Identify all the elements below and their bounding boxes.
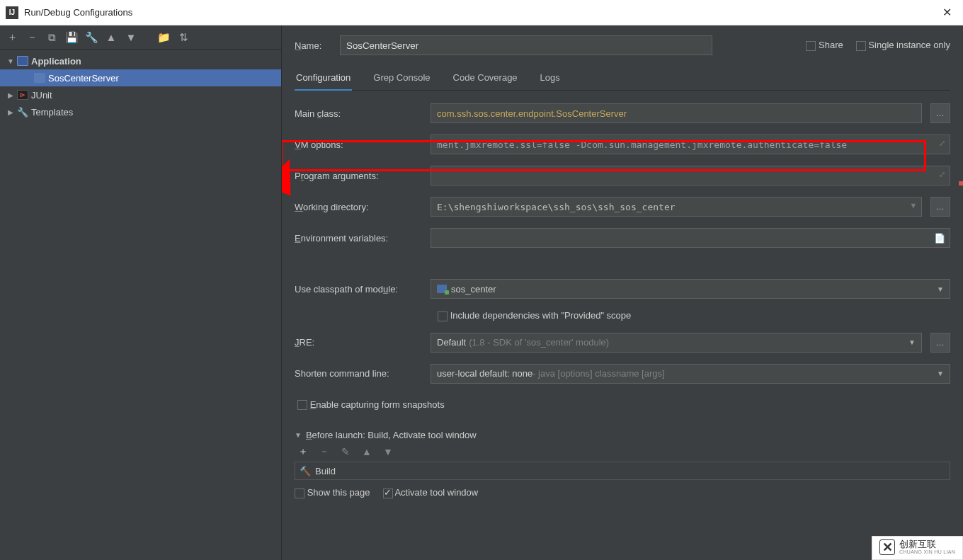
list-icon[interactable]: 📄 bbox=[934, 233, 945, 244]
add-config-button[interactable]: ＋ bbox=[6, 31, 18, 44]
remove-config-button[interactable]: － bbox=[25, 31, 38, 44]
tab-grep-console[interactable]: Grep Console bbox=[372, 68, 431, 90]
name-input[interactable] bbox=[340, 35, 712, 55]
shorten-cmd-dropdown[interactable]: user-local default: none - java [options… bbox=[431, 364, 950, 384]
content-pane: Name: Share Single instance only Configu… bbox=[282, 25, 963, 560]
chevron-down-icon[interactable]: ▼ bbox=[911, 201, 916, 210]
move-down-button[interactable]: ▼ bbox=[125, 31, 137, 44]
jre-row: JRE: Default (1.8 - SDK of 'sos_center' … bbox=[295, 333, 950, 353]
watermark-logo: ✕ bbox=[879, 539, 895, 555]
tree-node-soscenterserver[interactable]: SosCenterServer bbox=[0, 69, 281, 86]
activate-window-checkbox[interactable]: Activate tool window bbox=[383, 487, 479, 498]
name-label: Name: bbox=[295, 40, 331, 51]
title-bar: IJ Run/Debug Configurations ✕ bbox=[0, 0, 963, 25]
junit-icon: ⊳ bbox=[17, 90, 28, 100]
tree-label: Templates bbox=[31, 107, 73, 118]
chevron-down-icon: ▼ bbox=[937, 370, 944, 377]
share-checkbox[interactable]: Share bbox=[806, 40, 843, 51]
move-up-button[interactable]: ▲ bbox=[105, 31, 118, 44]
expand-icon: ▶ bbox=[7, 91, 14, 99]
env-vars-row: Environment variables: 📄 bbox=[295, 228, 950, 248]
sort-button[interactable]: ⇅ bbox=[177, 31, 190, 44]
expand-icon: ▼ bbox=[7, 57, 14, 65]
svg-line-0 bbox=[282, 164, 287, 473]
expand-icon[interactable]: ⤢ bbox=[939, 139, 945, 148]
enable-capture-row: Enable capturing form snapshots bbox=[295, 399, 950, 411]
browse-main-class-button[interactable]: ... bbox=[930, 103, 950, 123]
classpath-row: Use classpath of module: sos_center ▼ bbox=[295, 279, 950, 299]
working-dir-input[interactable]: E:\shengshiworkspace\ssh_sos\ssh_sos_cen… bbox=[431, 197, 922, 217]
expand-icon[interactable]: ⤢ bbox=[939, 170, 945, 179]
watermark: ✕ 创新互联 CHUANG XIN HU LIAN bbox=[872, 536, 963, 560]
classpath-dropdown[interactable]: sos_center ▼ bbox=[431, 279, 950, 299]
classpath-label: Use classpath of module: bbox=[295, 284, 422, 295]
jre-value: Default bbox=[437, 337, 466, 348]
expand-icon: ▶ bbox=[7, 108, 14, 116]
save-config-button[interactable]: 💾 bbox=[65, 31, 78, 44]
watermark-text: 创新互联 CHUANG XIN HU LIAN bbox=[899, 539, 955, 555]
config-tree: ▼ Application SosCenterServer ▶ ⊳ JUnit … bbox=[0, 50, 281, 560]
env-vars-label: Environment variables: bbox=[295, 233, 422, 244]
window-title: Run/Debug Configurations bbox=[24, 7, 132, 18]
env-vars-input[interactable]: 📄 bbox=[431, 228, 950, 248]
shorten-cmd-label: Shorten command line: bbox=[295, 368, 422, 379]
chevron-down-icon: ▼ bbox=[937, 285, 944, 293]
folder-button[interactable]: 📁 bbox=[157, 31, 170, 44]
before-launch-toolbar: ＋ － ✎ ▲ ▼ bbox=[295, 446, 950, 457]
before-launch-header[interactable]: ▼ Before launch: Build, Activate tool wi… bbox=[295, 430, 950, 440]
close-icon[interactable]: ✕ bbox=[937, 3, 957, 22]
application-icon bbox=[17, 56, 28, 66]
working-dir-row: Working directory: E:\shengshiworkspace\… bbox=[295, 197, 950, 217]
classpath-value: sos_center bbox=[451, 284, 496, 295]
enable-capture-checkbox[interactable]: Enable capturing form snapshots bbox=[297, 399, 445, 411]
program-args-row: Program arguments: ⤢ bbox=[295, 166, 950, 185]
shorten-hint: - java [options] classname [args] bbox=[532, 368, 664, 379]
program-args-input[interactable]: ⤢ bbox=[431, 166, 950, 185]
tab-logs[interactable]: Logs bbox=[539, 68, 562, 90]
tab-code-coverage[interactable]: Code Coverage bbox=[452, 68, 519, 90]
move-down-task-button[interactable]: ▼ bbox=[382, 446, 394, 457]
tab-configuration[interactable]: Configuration bbox=[295, 68, 352, 90]
tabs: Configuration Grep Console Code Coverage… bbox=[295, 68, 950, 91]
wrench-icon: 🔧 bbox=[17, 107, 28, 117]
copy-config-button[interactable]: ⧉ bbox=[45, 31, 58, 44]
tree-label: JUnit bbox=[31, 90, 52, 101]
browse-working-dir-button[interactable]: ... bbox=[930, 197, 950, 217]
wrench-button[interactable]: 🔧 bbox=[85, 31, 98, 44]
add-task-button[interactable]: ＋ bbox=[297, 446, 309, 457]
show-page-checkbox[interactable]: Show this page bbox=[295, 487, 370, 498]
chevron-down-icon: ▼ bbox=[908, 338, 916, 346]
vm-options-value: ment.jmxremote.ssl=false -Dcom.sun.manag… bbox=[437, 139, 847, 150]
app-icon: IJ bbox=[6, 6, 18, 19]
move-up-task-button[interactable]: ▲ bbox=[361, 446, 372, 457]
before-launch-section: ▼ Before launch: Build, Activate tool wi… bbox=[295, 430, 950, 498]
remove-task-button[interactable]: － bbox=[319, 446, 330, 457]
build-item-label: Build bbox=[315, 466, 336, 476]
shorten-cmd-row: Shorten command line: user-local default… bbox=[295, 364, 950, 384]
jre-label: JRE: bbox=[295, 337, 422, 348]
tree-label: Application bbox=[31, 56, 81, 67]
before-launch-list-item[interactable]: 🔨 Build bbox=[295, 462, 950, 480]
include-provided-checkbox[interactable]: Include dependencies with "Provided" sco… bbox=[438, 310, 631, 321]
vm-options-input[interactable]: ment.jmxremote.ssl=false -Dcom.sun.manag… bbox=[431, 135, 950, 154]
title-bar-left: IJ Run/Debug Configurations bbox=[6, 6, 132, 19]
main-class-label: Main class: bbox=[295, 108, 422, 119]
tree-node-application[interactable]: ▼ Application bbox=[0, 52, 281, 69]
bottom-checks: Show this page Activate tool window bbox=[295, 487, 950, 498]
tree-node-junit[interactable]: ▶ ⊳ JUnit bbox=[0, 86, 281, 103]
name-row: Name: Share Single instance only bbox=[295, 35, 950, 55]
include-provided-row: Include dependencies with "Provided" sco… bbox=[295, 310, 950, 321]
run-config-icon bbox=[34, 73, 45, 83]
browse-jre-button[interactable]: ... bbox=[930, 333, 950, 353]
program-args-label: Program arguments: bbox=[295, 171, 422, 181]
tree-node-templates[interactable]: ▶ 🔧 Templates bbox=[0, 103, 281, 120]
single-instance-checkbox[interactable]: Single instance only bbox=[856, 40, 950, 51]
module-icon bbox=[437, 285, 447, 293]
jre-dropdown[interactable]: Default (1.8 - SDK of 'sos_center' modul… bbox=[431, 333, 922, 353]
main-class-input[interactable]: com.ssh.sos.center.endpoint.SosCenterSer… bbox=[431, 103, 922, 123]
scrollbar-marker bbox=[959, 181, 963, 185]
collapse-icon: ▼ bbox=[295, 431, 302, 439]
edit-task-button[interactable]: ✎ bbox=[340, 446, 351, 457]
right-checks: Share Single instance only bbox=[806, 40, 950, 51]
sidebar: ＋ － ⧉ 💾 🔧 ▲ ▼ 📁 ⇅ ▼ Application SosCente… bbox=[0, 25, 282, 560]
